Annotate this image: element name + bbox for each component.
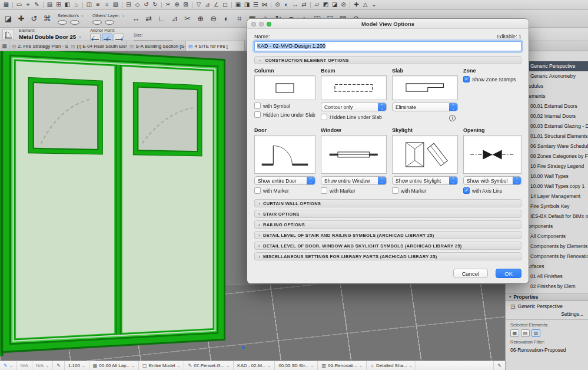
slab-display-select[interactable]: Eliminate⌃⌄ (392, 103, 458, 111)
beam-option-0-box[interactable] (321, 114, 327, 120)
door-option-0[interactable]: with Marker (254, 187, 315, 194)
element-filter-icon-1[interactable]: ▤ (521, 329, 530, 337)
toolbar-icon-14[interactable]: ▧ (111, 1, 120, 9)
ok-button[interactable]: OK (496, 269, 521, 278)
toolbar-icon-38[interactable]: ⇄ (300, 1, 308, 9)
zoom-window-icon[interactable] (267, 22, 271, 27)
element-filter-icon-0[interactable]: ▦ (510, 329, 519, 337)
door-leaf-left[interactable] (14, 59, 116, 340)
toolbar2-icon-right-7[interactable]: ◐ (221, 12, 232, 25)
status-segment-2[interactable]: N/A⌄ (32, 361, 53, 370)
window-option-0[interactable]: with Marker (321, 187, 387, 194)
window-option-0-box[interactable] (321, 187, 327, 194)
layer-oval-icon[interactable] (105, 20, 114, 25)
column-option-0-box[interactable] (254, 103, 261, 109)
toolbar-icon-47[interactable]: ⌄ (370, 1, 378, 9)
status-segment-0[interactable]: ✎⌄ (0, 361, 17, 370)
toolbar-icon-8[interactable]: ◧ (63, 1, 72, 9)
toolbar-icon-26[interactable]: ⊿ (203, 1, 212, 9)
toolbar2-icon-right-8[interactable]: ⌗ (234, 12, 245, 25)
toolbar2-icon-right-1[interactable]: ⇄ (143, 12, 155, 25)
status-segment-12[interactable]: ✎ (493, 361, 505, 370)
beam-display-select[interactable]: Contour only⌃⌄ (321, 103, 387, 111)
toolbar-icon-31[interactable]: ◨ (242, 1, 251, 9)
layer-oval-icon[interactable] (92, 20, 102, 25)
toolbar-icon-41[interactable]: ◩ (321, 1, 330, 9)
toolbar-icon-18[interactable]: ↺ (142, 1, 151, 9)
toolbar-icon-33[interactable]: ⋈ (260, 1, 269, 9)
toolbar-icon-7[interactable]: ⊞ (54, 1, 63, 9)
toolbar-icon-4[interactable]: ✎ (32, 1, 41, 9)
toolbar-icon-35[interactable]: ⊙ (273, 1, 282, 9)
toolbar2-icon-right-4[interactable]: ✂ (182, 12, 194, 25)
anchor-point-center-button[interactable] (102, 34, 112, 41)
toolbar-icon-36[interactable]: ◐ (282, 1, 291, 9)
column-option-1-box[interactable] (254, 111, 261, 118)
toolbar2-icon-right-3[interactable]: ⊿ (169, 12, 181, 25)
status-segment-3[interactable]: ✎ (53, 361, 65, 370)
toolbar-icon-11[interactable]: ◫ (85, 1, 94, 9)
toolbar-icon-3[interactable]: ⌖ (24, 1, 32, 9)
column-option-0[interactable]: with Symbol (254, 103, 315, 109)
opening-display-select[interactable]: Show with Symbol⌃⌄ (463, 176, 521, 185)
toolbar-icon-45[interactable]: ✚ (352, 1, 361, 9)
minimize-window-icon[interactable] (259, 22, 264, 27)
element-filter-icon-2[interactable]: ▥ (531, 329, 540, 337)
toolbar-icon-27[interactable]: ∠ (212, 1, 221, 9)
toolbar-icon-6[interactable]: ▤ (45, 1, 54, 9)
toolbar-icon-30[interactable]: ▣ (234, 1, 242, 9)
toolbar2-icon-left-0[interactable]: ◪ (2, 12, 14, 25)
tab-overview-icon[interactable]: ▦ (0, 41, 9, 51)
tab-1[interactable]: ▤2. Fire Strategy Plan - Se... (9, 41, 68, 51)
status-segment-1[interactable]: N/A (17, 361, 32, 370)
status-segment-5[interactable]: ▦00.00 All Lay...⌄ (89, 361, 139, 370)
anchor-point-left-button[interactable] (90, 34, 101, 41)
toolbar-icon-19[interactable]: ↻ (151, 1, 160, 9)
properties-header[interactable]: ▾ Properties (506, 293, 588, 301)
close-window-icon[interactable] (251, 22, 256, 27)
status-segment-7[interactable]: ✎07-Penset-G...⌄ (184, 361, 234, 370)
info-icon[interactable]: i (449, 115, 456, 121)
settings-button[interactable]: Settings... (506, 310, 588, 320)
renovation-filter-value[interactable]: 06-Renovation-Proposed (506, 346, 588, 353)
toolbar-icon-22[interactable]: ⊕ (172, 1, 181, 9)
toolbar2-icon-left-1[interactable]: ✚ (15, 12, 27, 25)
zone-option-0[interactable]: ✓Show Zone Stamps (463, 76, 521, 82)
status-segment-9[interactable]: 00.55 3D Str...⌄ (275, 361, 318, 370)
zone-option-0-box[interactable]: ✓ (463, 76, 470, 82)
tab-3[interactable]: ▤S-A Building Section [S-... (127, 41, 186, 51)
status-segment-8[interactable]: KAD - 02-M...⌄ (234, 361, 275, 370)
collapsed-section-2[interactable]: ›RAILING OPTIONS (254, 220, 521, 229)
toolbar-icon-43[interactable]: ⊘ (339, 1, 348, 9)
toolbar2-icon-right-2[interactable]: ∟ (156, 12, 168, 25)
toolbar-icon-2[interactable]: ▭ (15, 1, 24, 9)
collapsed-section-0[interactable]: ›CURTAIN WALL OPTIONS (254, 199, 521, 207)
chevron-down-icon[interactable]: ⌄ (81, 13, 84, 18)
element-value-button[interactable]: Metal Double Door 25 › (19, 34, 81, 40)
layer-oval-icon[interactable] (58, 20, 67, 25)
column-option-1[interactable]: Hidden Line under Slab (254, 111, 315, 118)
door-option-0-box[interactable] (254, 187, 261, 194)
toolbar-icon-12[interactable]: ≡ (94, 1, 102, 9)
toolbar-icon-23[interactable]: ⊠ (181, 1, 190, 9)
status-segment-11[interactable]: ☼Detailed Sha...⌄ (367, 361, 417, 370)
toolbar-icon-40[interactable]: ▱ (313, 1, 321, 9)
toolbar-icon-46[interactable]: △ (361, 1, 370, 9)
beam-option-0[interactable]: Hidden Line under Slab (321, 114, 387, 120)
anchor-point-right-button[interactable] (114, 34, 124, 41)
dialog-title-bar[interactable]: Model View Options (247, 19, 529, 29)
toolbar-icon-21[interactable]: ✂ (164, 1, 172, 9)
chevron-down-icon[interactable]: ⌄ (122, 13, 125, 18)
toolbar-icon-25[interactable]: ▽ (194, 1, 203, 9)
opening-option-0[interactable]: ✓with Axis Line (463, 187, 521, 194)
toolbar2-icon-right-5[interactable]: ⊕ (195, 12, 207, 25)
window-display-select[interactable]: Show entire Window⌃⌄ (321, 176, 387, 185)
skylight-option-0-box[interactable] (392, 187, 398, 194)
toolbar-icon-0[interactable]: ▦ (2, 1, 11, 9)
construction-element-options-header[interactable]: ⌄ CONSTRUCTION ELEMENT OPTIONS (254, 56, 521, 64)
status-segment-4[interactable]: 1:100⌄ (65, 361, 89, 370)
toolbar-icon-28[interactable]: ◻ (221, 1, 230, 9)
toolbar-icon-17[interactable]: ◇ (133, 1, 142, 9)
door-leaf-right[interactable] (120, 65, 214, 335)
collapsed-section-5[interactable]: ›MISCELLANEOUS SETTINGS FOR LIBRARY PART… (254, 252, 521, 260)
